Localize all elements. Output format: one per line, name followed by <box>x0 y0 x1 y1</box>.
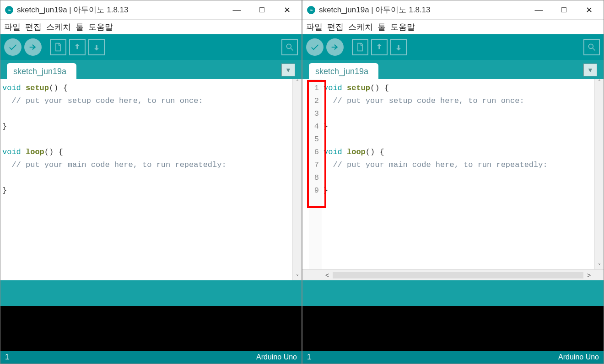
serial-monitor-button[interactable] <box>583 39 600 55</box>
statusbar: 1 Arduino Uno <box>302 351 604 364</box>
menu-tools[interactable]: 툴 <box>378 21 386 32</box>
message-bar <box>302 280 604 306</box>
toolbar <box>0 34 302 60</box>
tabbar: sketch_jun19a ▼ <box>0 60 302 79</box>
save-sketch-button[interactable] <box>88 39 105 55</box>
open-sketch-button[interactable] <box>371 39 388 55</box>
verify-button[interactable] <box>306 38 324 56</box>
open-sketch-button[interactable] <box>69 39 86 55</box>
menu-file[interactable]: 파일 <box>306 21 323 32</box>
status-board: Arduino Uno <box>256 353 297 361</box>
new-sketch-button[interactable] <box>352 39 368 55</box>
titlebar[interactable]: ∞ sketch_jun19a | 아두이노 1.8.13 — □ ✕ <box>0 0 302 20</box>
arduino-ide-window-right: ∞ sketch_jun19a | 아두이노 1.8.13 — □ ✕ 파일 편… <box>302 0 604 364</box>
svg-line-3 <box>593 48 595 51</box>
console[interactable] <box>302 306 604 351</box>
toolbar <box>302 34 604 60</box>
sketch-tab[interactable]: sketch_jun19a <box>7 63 76 79</box>
app-icon: ∞ <box>5 6 13 14</box>
vertical-scrollbar[interactable]: ˄˅ <box>594 79 604 269</box>
chevron-up-icon[interactable]: ˄ <box>598 79 601 86</box>
maximize-button[interactable]: □ <box>249 0 275 20</box>
statusbar: 1 Arduino Uno <box>0 351 302 364</box>
code-content[interactable]: void setup() { // put your setup code he… <box>0 79 292 280</box>
chevron-right-icon[interactable]: > <box>583 272 594 279</box>
close-button[interactable]: ✕ <box>577 0 602 20</box>
chevron-down-icon[interactable]: ˅ <box>296 274 299 280</box>
line-number-gutter: 123456789 <box>309 79 322 269</box>
status-line-number: 1 <box>5 353 9 361</box>
code-editor[interactable]: 123456789 void setup() { // put your set… <box>302 79 604 269</box>
horizontal-scrollbar[interactable]: < > <box>302 269 604 280</box>
menu-sketch[interactable]: 스케치 <box>46 21 71 32</box>
menu-edit[interactable]: 편집 <box>25 21 42 32</box>
menubar: 파일 편집 스케치 툴 도움말 <box>302 20 604 34</box>
close-button[interactable]: ✕ <box>275 0 300 20</box>
message-bar <box>0 280 302 306</box>
titlebar[interactable]: ∞ sketch_jun19a | 아두이노 1.8.13 — □ ✕ <box>302 0 604 20</box>
menu-tools[interactable]: 툴 <box>76 21 84 32</box>
minimize-button[interactable]: — <box>526 0 551 20</box>
upload-button[interactable] <box>24 38 42 56</box>
window-title: sketch_jun19a | 아두이노 1.8.13 <box>17 5 224 15</box>
chevron-left-icon[interactable]: < <box>322 272 333 279</box>
verify-button[interactable] <box>4 38 22 56</box>
minimize-button[interactable]: — <box>224 0 249 20</box>
status-board: Arduino Uno <box>558 353 599 361</box>
sketch-tab[interactable]: sketch_jun19a <box>309 63 378 79</box>
upload-button[interactable] <box>326 38 344 56</box>
menubar: 파일 편집 스케치 툴 도움말 <box>0 20 302 34</box>
new-sketch-button[interactable] <box>50 39 66 55</box>
code-content[interactable]: void setup() { // put your setup code he… <box>322 79 594 269</box>
tabbar: sketch_jun19a ▼ <box>302 60 604 79</box>
serial-monitor-button[interactable] <box>281 39 298 55</box>
code-editor[interactable]: void setup() { // put your setup code he… <box>0 79 302 280</box>
svg-line-1 <box>291 48 293 51</box>
arduino-ide-window-left: ∞ sketch_jun19a | 아두이노 1.8.13 — □ ✕ 파일 편… <box>0 0 302 364</box>
tab-menu-button[interactable]: ▼ <box>583 64 597 76</box>
tab-menu-button[interactable]: ▼ <box>281 64 295 76</box>
app-icon: ∞ <box>307 6 315 14</box>
menu-sketch[interactable]: 스케치 <box>348 21 373 32</box>
chevron-down-icon[interactable]: ˅ <box>598 263 601 269</box>
status-line-number: 1 <box>307 353 311 361</box>
scrollbar-track[interactable] <box>333 272 583 278</box>
save-sketch-button[interactable] <box>390 39 407 55</box>
console[interactable] <box>0 306 302 351</box>
chevron-up-icon[interactable]: ˄ <box>296 79 299 86</box>
menu-file[interactable]: 파일 <box>4 21 21 32</box>
menu-help[interactable]: 도움말 <box>390 21 415 32</box>
menu-help[interactable]: 도움말 <box>88 21 113 32</box>
svg-point-2 <box>588 44 593 48</box>
menu-edit[interactable]: 편집 <box>327 21 344 32</box>
vertical-scrollbar[interactable]: ˄˅ <box>292 79 302 280</box>
window-title: sketch_jun19a | 아두이노 1.8.13 <box>319 5 526 15</box>
svg-point-0 <box>286 44 291 48</box>
maximize-button[interactable]: □ <box>551 0 577 20</box>
